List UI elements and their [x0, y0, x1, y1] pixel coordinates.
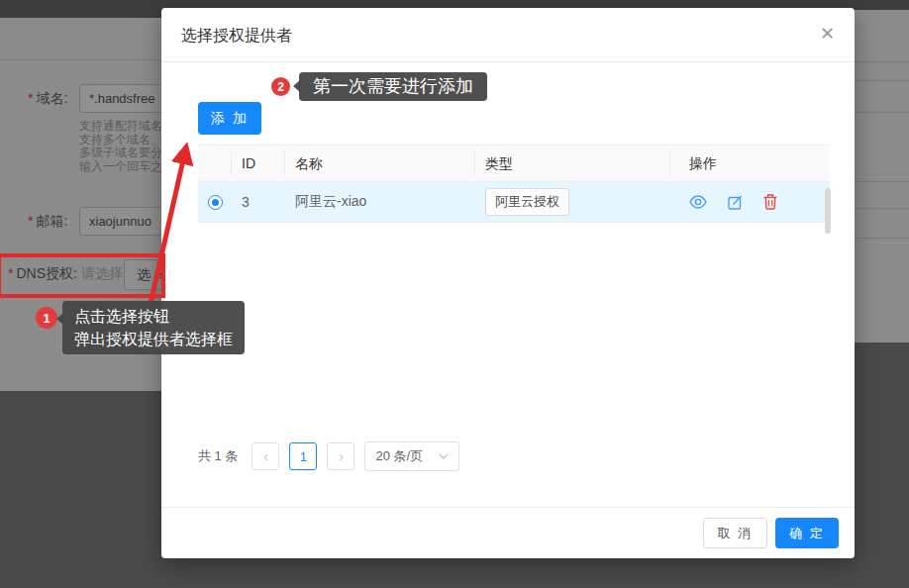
dialog-title: 选择授权提供者	[181, 26, 292, 47]
edit-icon[interactable]	[728, 195, 743, 210]
trash-icon[interactable]	[763, 194, 777, 210]
row-id: 3	[232, 194, 285, 210]
step-2-tooltip: 第一次需要进行添加	[299, 72, 487, 101]
provider-table: ID 名称 类型 操作 3 阿里云-xiao 阿里云授权	[198, 145, 830, 223]
divider	[855, 61, 909, 62]
divider	[855, 80, 909, 81]
email-input[interactable]: xiaojunnuo	[79, 207, 161, 236]
pagination-total: 共 1 条	[198, 447, 238, 465]
pagination: 共 1 条 ‹ 1 › 20 条/页	[198, 441, 459, 471]
tooltip-pointer	[56, 313, 63, 325]
divider	[855, 208, 909, 209]
header-select-column	[198, 151, 232, 175]
page-size-select[interactable]: 20 条/页	[364, 441, 459, 471]
add-button[interactable]: 添 加	[198, 102, 261, 135]
row-radio-selected[interactable]	[208, 195, 223, 210]
highlight-rectangle	[0, 253, 165, 298]
cancel-button[interactable]: 取 消	[703, 518, 767, 548]
table-row[interactable]: 3 阿里云-xiao 阿里云授权	[198, 182, 830, 223]
header-type: 类型	[475, 151, 670, 175]
header-name: 名称	[285, 151, 475, 175]
view-icon[interactable]	[689, 195, 707, 209]
page-size-value: 20 条/页	[375, 447, 423, 465]
divider	[855, 238, 909, 239]
row-name: 阿里云-xiao	[285, 193, 475, 211]
step-2-badge: 2	[271, 77, 290, 96]
close-icon[interactable]: ✕	[820, 23, 835, 45]
confirm-button[interactable]: 确 定	[775, 518, 839, 548]
chevron-down-icon	[439, 453, 449, 459]
divider	[855, 181, 909, 182]
divider	[0, 59, 161, 60]
table-header-row: ID 名称 类型 操作	[198, 145, 830, 182]
header-divider	[161, 61, 855, 62]
background-right-panel	[855, 10, 909, 343]
table-scrollbar-thumb[interactable]	[825, 188, 831, 234]
required-mark: *	[28, 213, 33, 229]
header-actions: 操作	[670, 151, 830, 175]
domain-input[interactable]: *.handsfree	[79, 84, 161, 113]
required-mark: *	[28, 90, 33, 106]
step-1-tooltip: 点击选择按钮 弹出授权提供者选择框	[62, 301, 245, 354]
current-page-button[interactable]: 1	[289, 442, 317, 470]
step-1-badge: 1	[36, 307, 57, 329]
divider	[855, 112, 909, 113]
header-id: ID	[232, 151, 285, 175]
next-page-button[interactable]: ›	[327, 442, 354, 470]
footer-divider	[161, 507, 855, 508]
prev-page-button[interactable]: ‹	[252, 442, 279, 470]
domain-help: 支持通配符域名 支持多个域名、 多级子域名要分 输入一个回车之	[79, 120, 161, 173]
tooltip-pointer	[293, 80, 300, 92]
select-auth-provider-dialog: 选择授权提供者 ✕ 添 加 ID 名称 类型 操作 3 阿里云-xiao 阿里云…	[161, 8, 855, 558]
domain-label: *域名:	[28, 90, 67, 108]
row-type-tag: 阿里云授权	[485, 188, 569, 216]
email-label: *邮箱:	[28, 213, 67, 231]
screen: *域名: *.handsfree 支持通配符域名 支持多个域名、 多级子域名要分…	[0, 0, 909, 588]
